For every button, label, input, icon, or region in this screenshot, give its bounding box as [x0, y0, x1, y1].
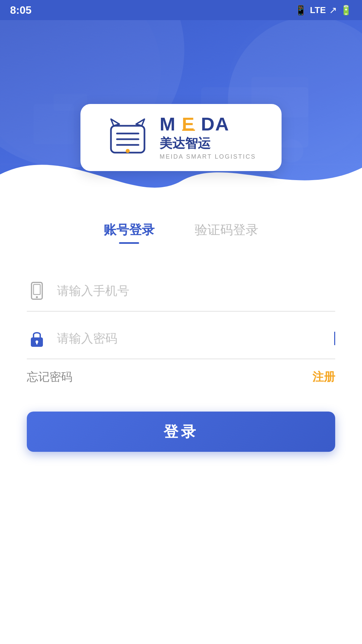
phone-icon — [27, 281, 47, 301]
svg-point-15 — [126, 149, 130, 153]
main-content: 账号登录 验证码登录 忘记密码 注册 登录 — [0, 188, 362, 644]
svg-marker-10 — [111, 119, 119, 126]
tab-sms[interactable]: 验证码登录 — [195, 221, 258, 244]
login-button[interactable]: 登录 — [27, 412, 335, 452]
login-tabs: 账号登录 验证码登录 — [27, 221, 335, 244]
register-link[interactable]: 注册 — [312, 369, 335, 385]
brand-name-cn: 美达智运 — [160, 135, 210, 152]
action-row: 忘记密码 注册 — [27, 369, 335, 385]
logo-text: M E DA 美达智运 MEIDA SMART LOGISTICS — [160, 115, 256, 160]
phone-field — [27, 271, 335, 312]
svg-marker-11 — [136, 119, 144, 126]
svg-rect-21 — [36, 342, 38, 344]
tab-account[interactable]: 账号登录 — [104, 221, 155, 244]
lte-icon: LTE — [310, 5, 326, 15]
status-time: 8:05 — [10, 4, 32, 16]
logo-card: M E DA 美达智运 MEIDA SMART LOGISTICS — [80, 104, 282, 171]
forgot-password-link[interactable]: 忘记密码 — [27, 369, 72, 385]
svg-point-5 — [280, 139, 303, 163]
brand-name-sub: MEIDA SMART LOGISTICS — [160, 153, 256, 160]
logo-icon — [106, 116, 149, 159]
phone-signal-icon: 📱 — [295, 5, 307, 16]
password-input[interactable] — [57, 331, 334, 345]
brand-name-en: M E DA — [160, 115, 229, 133]
signal-icon: ↗ — [329, 5, 337, 16]
battery-icon: 🔋 — [340, 5, 352, 16]
password-field — [27, 318, 335, 359]
phone-input[interactable] — [57, 284, 335, 298]
lock-icon — [27, 328, 47, 348]
svg-point-18 — [36, 296, 38, 298]
status-bar: 8:05 📱 LTE ↗ 🔋 — [0, 0, 362, 20]
status-icons: 📱 LTE ↗ 🔋 — [295, 5, 352, 16]
svg-rect-17 — [34, 284, 40, 294]
cursor-blink — [334, 332, 335, 345]
